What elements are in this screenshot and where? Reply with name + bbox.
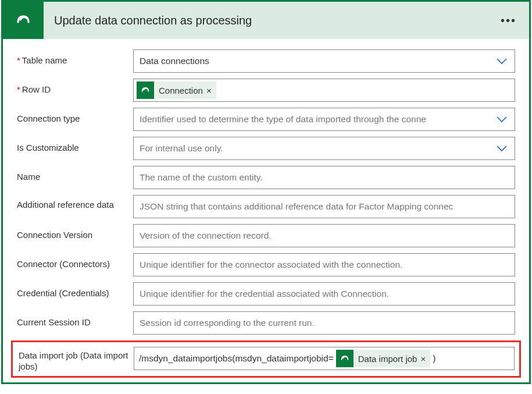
token-remove-icon[interactable]: × <box>206 86 212 95</box>
additional-ref-input[interactable]: JSON string that contains additional ref… <box>133 195 515 218</box>
row-id-input[interactable]: Connection × <box>133 79 515 102</box>
name-input[interactable]: The name of the custom entity. <box>133 166 515 189</box>
card-title: Update data connection as processing <box>44 14 499 27</box>
chevron-down-icon <box>495 115 509 123</box>
table-name-dropdown[interactable]: Data connections <box>133 49 515 73</box>
label-additional-ref: Additional reference data <box>17 195 133 211</box>
row-data-import-job: Data import job (Data import jobs) /msdy… <box>11 340 521 378</box>
more-menu-button[interactable]: ••• <box>499 10 517 31</box>
label-row-id: *Row ID <box>17 79 133 95</box>
row-additional-ref: Additional reference data JSON string th… <box>17 195 515 218</box>
label-table-name: *Table name <box>17 49 133 66</box>
token-connection[interactable]: Connection × <box>137 81 216 99</box>
label-connector: Connector (Connectors) <box>17 253 133 270</box>
row-is-customizable: Is Customizable For internal use only. <box>17 137 515 160</box>
chevron-down-icon <box>495 57 509 65</box>
chevron-down-icon <box>495 144 509 152</box>
action-card: Update data connection as processing •••… <box>1 0 531 384</box>
form-body: *Table name Data connections *Row ID <box>3 39 529 382</box>
row-connection-type: Connection type Identifier used to deter… <box>17 108 515 131</box>
label-connection-version: Connection Version <box>17 224 133 241</box>
dataverse-icon <box>137 81 154 99</box>
row-table-name: *Table name Data connections <box>17 49 515 73</box>
label-current-session: Current Session ID <box>17 311 133 328</box>
row-credential: Credential (Credentials) Unique identifi… <box>17 282 515 306</box>
dataverse-icon <box>336 350 354 367</box>
data-import-job-input[interactable]: /msdyn_dataimportjobs(msdyn_dataimportjo… <box>134 347 515 370</box>
row-connector: Connector (Connectors) Unique identifier… <box>17 253 515 276</box>
label-connection-type: Connection type <box>17 108 133 125</box>
card-header: Update data connection as processing ••• <box>3 2 529 39</box>
credential-input[interactable]: Unique identifier for the credential ass… <box>133 282 515 306</box>
label-data-import-job: Data import job (Data import jobs) <box>17 347 134 372</box>
connection-version-input[interactable]: Version of the connection record. <box>133 224 515 247</box>
token-data-import-job[interactable]: Data import job × <box>336 350 430 367</box>
label-name: Name <box>17 166 133 183</box>
label-is-customizable: Is Customizable <box>17 137 133 154</box>
dataverse-icon <box>3 2 44 39</box>
is-customizable-dropdown[interactable]: For internal use only. <box>133 137 515 160</box>
row-row-id: *Row ID Connection × <box>17 79 515 102</box>
label-credential: Credential (Credentials) <box>17 282 133 299</box>
row-connection-version: Connection Version Version of the connec… <box>17 224 515 247</box>
row-current-session: Current Session ID Session id correspond… <box>17 311 515 335</box>
row-name: Name The name of the custom entity. <box>17 166 515 189</box>
current-session-input[interactable]: Session id corresponding to the current … <box>133 311 515 335</box>
connector-input[interactable]: Unique identifier for the connector asso… <box>133 253 515 276</box>
token-remove-icon[interactable]: × <box>420 354 426 364</box>
connection-type-dropdown[interactable]: Identifier used to determine the type of… <box>133 108 515 131</box>
